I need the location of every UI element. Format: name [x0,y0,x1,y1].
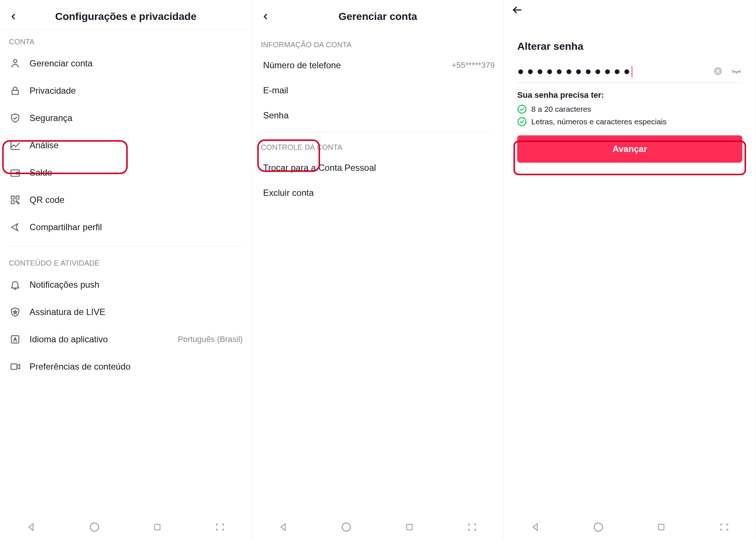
item-label: Gerenciar conta [30,58,243,69]
password-field[interactable]: ●●●●●●●●●●●● [517,65,742,83]
back-button[interactable] [511,3,524,17]
eye-closed-icon [731,66,742,77]
toggle-visibility-button[interactable] [731,65,742,77]
bell-icon [9,278,21,291]
item-label: Análise [30,140,243,150]
item-label: QR code [30,195,243,205]
requirements-title: Sua senha precisa ter: [517,90,742,100]
nav-screenshot-button[interactable] [212,519,228,535]
page-title: Alterar senha [517,41,742,52]
section-label-info: INFORMAÇÃO DA CONTA [252,33,504,53]
nav-home-button[interactable] [590,519,606,535]
settings-panel: Configurações e privacidade CONTA Gerenc… [0,0,252,540]
item-privacy[interactable]: Privacidade [0,77,252,104]
nav-home-button[interactable] [338,519,354,535]
close-circle-icon [713,66,723,76]
language-icon [9,333,21,346]
item-label: Notificações push [30,280,243,290]
item-analytics[interactable]: Análise [0,132,252,159]
item-email[interactable]: E-mail [252,78,504,103]
nav-recent-button[interactable] [149,519,165,535]
item-wallet[interactable]: Saldo [0,159,252,186]
person-icon [9,57,21,70]
requirement-text: 8 a 20 caracteres [531,105,591,114]
text-cursor [632,66,632,77]
section-label-control: CONTROLE DA CONTA [252,132,504,155]
nav-recent-button[interactable] [653,519,669,535]
nav-back-button[interactable] [275,519,292,535]
share-icon [9,221,21,233]
shield-icon [9,112,21,124]
page-title: Gerenciar conta [339,11,417,22]
item-value: +55*****379 [451,60,495,70]
item-share-profile[interactable]: Compartilhar perfil [0,214,252,241]
svg-point-17 [342,523,351,532]
item-security[interactable]: Segurança [0,104,252,132]
section-label-account: CONTA [0,30,252,50]
item-label: Segurança [30,113,243,123]
nav-screenshot-button[interactable] [716,519,732,535]
password-input[interactable]: ●●●●●●●●●●●● [517,65,712,77]
submit-button[interactable]: Avançar [517,135,742,163]
requirement-row: Letras, números e caracteres especiais [517,117,742,127]
requirement-text: Letras, números e caracteres especiais [531,117,667,126]
item-phone[interactable]: Número de telefone +55*****379 [252,53,504,78]
qrcode-icon [9,194,21,206]
item-label: Excluir conta [263,188,495,198]
item-label: Preferências de conteúdo [30,361,243,372]
change-password-panel: Alterar senha ●●●●●●●●●●●● Sua senha pre… [504,0,756,540]
svg-rect-25 [659,524,664,530]
item-label: Compartilhar perfil [30,222,243,232]
item-content-preferences[interactable]: Preferências de conteúdo [0,353,252,380]
page-title: Configurações e privacidade [55,11,196,22]
item-label: Privacidade [30,86,243,96]
item-live-subscription[interactable]: Assinatura de LIVE [0,298,252,326]
android-navbar [252,514,504,540]
item-delete-account[interactable]: Excluir conta [252,180,504,205]
submit-label: Avançar [612,144,647,154]
item-manage-account[interactable]: Gerenciar conta [0,50,252,77]
nav-recent-button[interactable] [401,519,417,535]
item-label: Idioma do aplicativo [30,334,170,345]
back-button[interactable] [259,10,272,23]
requirement-row: 8 a 20 caracteres [517,104,742,114]
item-password[interactable]: Senha [252,103,504,128]
item-label: E-mail [263,85,495,96]
android-navbar [0,514,252,540]
svg-marker-13 [29,524,33,531]
topbar: Gerenciar conta [252,4,504,30]
item-label: Senha [263,110,495,121]
check-icon [517,104,527,114]
nav-back-button[interactable] [528,519,544,535]
svg-rect-18 [406,524,412,530]
item-push-notifications[interactable]: Notificações push [0,271,252,298]
svg-rect-7 [16,201,17,202]
svg-point-0 [14,59,17,63]
back-button[interactable] [7,10,20,23]
item-qrcode[interactable]: QR code [0,186,252,214]
clear-input-button[interactable] [712,65,724,77]
nav-home-button[interactable] [86,519,103,535]
android-navbar [504,514,756,540]
item-label: Número de telefone [263,60,444,70]
wallet-icon [9,166,21,179]
chevron-left-icon [9,12,18,21]
svg-marker-16 [281,524,285,531]
password-value: ●●●●●●●●●●●● [517,65,633,77]
svg-rect-2 [11,170,20,177]
item-switch-personal[interactable]: Trocar para a Conta Pessoal [252,155,504,180]
topbar: Configurações e privacidade [0,4,252,30]
nav-screenshot-button[interactable] [464,519,480,535]
svg-rect-8 [18,202,19,204]
section-label-content: CONTEÚDO E ATIVIDADE [0,252,252,271]
svg-marker-12 [17,364,20,369]
manage-account-panel: Gerenciar conta INFORMAÇÃO DA CONTA Núme… [252,0,504,540]
item-label: Assinatura de LIVE [30,307,243,317]
arrow-left-icon [512,4,523,15]
item-label: Trocar para a Conta Pessoal [263,163,495,173]
nav-back-button[interactable] [23,519,39,535]
check-icon [517,117,527,127]
svg-rect-11 [11,364,17,370]
item-app-language[interactable]: Idioma do aplicativo Português (Brasil) [0,326,252,353]
topbar [504,4,756,30]
